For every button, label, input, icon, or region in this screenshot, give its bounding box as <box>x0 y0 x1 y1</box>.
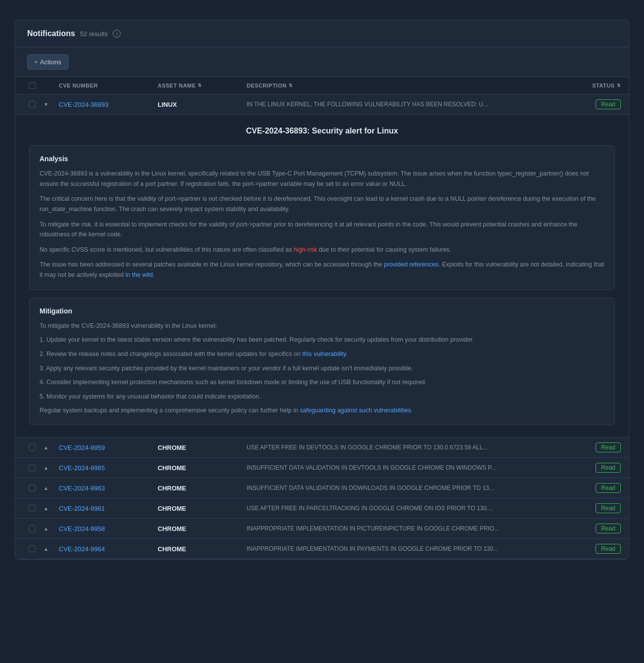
panel-title: Notifications <box>27 29 75 38</box>
panel-header: Notifications 52 results i <box>15 20 629 47</box>
row-checkbox[interactable] <box>29 444 36 451</box>
row-checkbox-cell[interactable] <box>23 464 41 471</box>
mitigation-item-4: 4. Consider implementing kernel protecti… <box>40 377 604 388</box>
detail-panel: CVE-2024-36893: Security alert for Linux… <box>15 115 629 438</box>
description: INAPPROPRIATE IMPLEMENTATION IN PAYMENTS… <box>247 545 561 552</box>
mitigation-item-closing: Regular system backups and implementing … <box>40 405 604 416</box>
expand-icon[interactable]: ▴ <box>41 483 51 493</box>
expand-icon[interactable]: ▴ <box>41 503 51 513</box>
status-cell: Read <box>561 463 621 473</box>
info-icon[interactable]: i <box>113 30 121 38</box>
notifications-panel: Notifications 52 results i ▾ Actions CVE… <box>15 20 629 560</box>
read-badge: Read <box>596 503 621 513</box>
row-checkbox[interactable] <box>29 101 36 108</box>
description: INAPPROPRIATE IMPLEMENTATION IN PICTUREI… <box>247 525 561 532</box>
cve-number: CVE-2024-9961 <box>59 505 158 512</box>
row-checkbox[interactable] <box>29 464 36 471</box>
mitigation-item-2: 2. Review the release notes and changelo… <box>40 349 604 359</box>
row-checkbox-cell[interactable] <box>23 444 41 451</box>
col-header-description[interactable]: DESCRIPTION ⇅ <box>247 83 561 88</box>
analysis-paragraph-3: To mitigate the risk, it is essential to… <box>40 220 604 240</box>
row-checkbox[interactable] <box>29 525 36 532</box>
row-checkbox[interactable] <box>29 505 36 512</box>
status-cell: Read <box>561 483 621 493</box>
expand-icon[interactable]: ▴ <box>41 463 51 473</box>
toolbar: ▾ Actions <box>15 47 629 77</box>
asset-name: LINUX <box>158 101 247 108</box>
row-checkbox-cell[interactable] <box>23 485 41 491</box>
high-risk-text: high-risk <box>294 246 317 253</box>
mitigation-item-1: 1. Update your kernel to the latest stab… <box>40 335 604 345</box>
table-row[interactable]: ▾ CVE-2024-36893 LINUX IN THE LINUX KERN… <box>15 94 629 115</box>
analysis-section: Analysis CVE-2024-36893 is a vulnerabili… <box>29 145 615 290</box>
results-count: 52 results <box>80 30 108 38</box>
select-all-checkbox-cell[interactable] <box>23 82 41 89</box>
table-row[interactable]: ▴ CVE-2024-9959 CHROME USE AFTER FREE IN… <box>15 438 629 458</box>
cve-number: CVE-2024-9959 <box>59 444 158 451</box>
status-cell: Read <box>561 544 621 554</box>
asset-name: CHROME <box>158 545 247 553</box>
table-row[interactable]: ▴ CVE-2024-9961 CHROME USE AFTER FREE IN… <box>15 498 629 519</box>
analysis-paragraph-5: The issue has been addressed in several … <box>40 260 604 280</box>
cve-number: CVE-2024-36893 <box>59 101 158 108</box>
description: USE AFTER FREE IN PARCELTRACKING IN GOOG… <box>247 505 561 512</box>
row-checkbox[interactable] <box>29 545 36 552</box>
expand-icon[interactable]: ▾ <box>41 99 51 109</box>
status-cell: Read <box>561 99 621 109</box>
sort-icon-status: ⇅ <box>617 83 621 88</box>
analysis-paragraph-4: No specific CVSS score is mentioned, but… <box>40 245 604 255</box>
description: USE AFTER FREE IN DEVTOOLS IN GOOGLE CHR… <box>247 444 561 451</box>
mitigation-section: Mitigation To mitigate the CVE-2024-3689… <box>29 298 615 425</box>
row-checkbox-cell[interactable] <box>23 525 41 532</box>
select-all-checkbox[interactable] <box>29 82 36 89</box>
actions-button[interactable]: ▾ Actions <box>27 54 69 70</box>
table-row[interactable]: ▴ CVE-2024-9963 CHROME INSUFFICIENT DATA… <box>15 478 629 498</box>
read-badge: Read <box>596 544 621 554</box>
expand-icon[interactable]: ▴ <box>41 524 51 533</box>
actions-label: Actions <box>40 58 61 66</box>
in-the-wild-text: in the wild <box>126 271 153 278</box>
detail-title: CVE-2024-36893: Security alert for Linux <box>29 127 615 135</box>
mitigation-heading: Mitigation <box>40 307 604 315</box>
mitigation-item-3: 3. Apply any relevant security patches p… <box>40 363 604 374</box>
asset-name: CHROME <box>158 505 247 512</box>
chevron-down-icon: ▾ <box>35 59 37 65</box>
cve-number: CVE-2024-9958 <box>59 525 158 532</box>
expand-icon[interactable]: ▴ <box>41 544 51 554</box>
this-vulnerability-link[interactable]: this vulnerability <box>302 351 346 357</box>
table-row[interactable]: ▴ CVE-2024-9964 CHROME INAPPROPRIATE IMP… <box>15 539 629 559</box>
sort-icon-desc: ⇅ <box>289 83 293 88</box>
col-header-cve: CVE NUMBER <box>59 83 158 88</box>
expand-icon[interactable]: ▴ <box>41 442 51 452</box>
analysis-paragraph-2: The critical concern here is that the va… <box>40 194 604 214</box>
read-badge: Read <box>596 442 621 452</box>
mitigation-intro: To mitigate the CVE-2024-36893 vulnerabi… <box>40 321 604 331</box>
col-header-status[interactable]: STATUS ⇅ <box>561 83 621 88</box>
status-cell: Read <box>561 442 621 452</box>
status-cell: Read <box>561 503 621 513</box>
cve-number: CVE-2024-9964 <box>59 545 158 553</box>
safeguarding-link[interactable]: safeguarding against such vulnerabilitie… <box>300 407 411 414</box>
row-checkbox[interactable] <box>29 485 36 491</box>
row-checkbox-cell[interactable] <box>23 505 41 512</box>
read-badge: Read <box>596 483 621 493</box>
row-checkbox-cell[interactable] <box>23 101 41 108</box>
cve-number: CVE-2024-9965 <box>59 464 158 472</box>
description: INSUFFICIENT DATA VALIDATION IN DEVTOOLS… <box>247 464 561 471</box>
description: INSUFFICIENT DATA VALIDATION IN DOWNLOAD… <box>247 485 561 491</box>
read-badge: Read <box>596 99 621 109</box>
read-badge: Read <box>596 524 621 533</box>
analysis-heading: Analysis <box>40 155 604 163</box>
asset-name: CHROME <box>158 485 247 492</box>
table-header: CVE NUMBER ASSET NAME ⇅ DESCRIPTION ⇅ ST… <box>15 77 629 94</box>
analysis-paragraph-1: CVE-2024-36893 is a vulnerability in the… <box>40 169 604 189</box>
description: IN THE LINUX KERNEL, THE FOLLOWING VULNE… <box>247 101 561 108</box>
table-row[interactable]: ▴ CVE-2024-9965 CHROME INSUFFICIENT DATA… <box>15 458 629 478</box>
table-row[interactable]: ▴ CVE-2024-9958 CHROME INAPPROPRIATE IMP… <box>15 519 629 539</box>
asset-name: CHROME <box>158 444 247 451</box>
row-checkbox-cell[interactable] <box>23 545 41 552</box>
col-header-asset[interactable]: ASSET NAME ⇅ <box>158 83 247 88</box>
asset-name: CHROME <box>158 464 247 472</box>
references-link[interactable]: provided references <box>384 261 438 268</box>
mitigation-item-5: 5. Monitor your systems for any unusual … <box>40 392 604 402</box>
